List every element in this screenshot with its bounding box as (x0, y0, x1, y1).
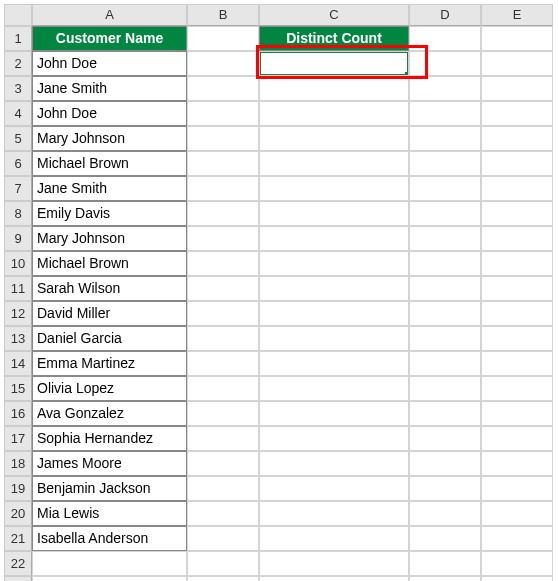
cell-C18[interactable] (259, 451, 409, 476)
row-header-18[interactable]: 18 (4, 451, 32, 476)
cell-C8[interactable] (259, 201, 409, 226)
cell-E11[interactable] (481, 276, 553, 301)
cell-A15[interactable]: Olivia Lopez (32, 376, 187, 401)
cell-C23[interactable] (259, 576, 409, 581)
cell-E7[interactable] (481, 176, 553, 201)
cell-A10[interactable]: Michael Brown (32, 251, 187, 276)
cell-A12[interactable]: David Miller (32, 301, 187, 326)
cell-A14[interactable]: Emma Martinez (32, 351, 187, 376)
row-header-1[interactable]: 1 (4, 26, 32, 51)
cell-A23[interactable] (32, 576, 187, 581)
cell-B6[interactable] (187, 151, 259, 176)
cell-E6[interactable] (481, 151, 553, 176)
col-header-A[interactable]: A (32, 4, 187, 26)
cell-A22[interactable] (32, 551, 187, 576)
cell-C1[interactable]: Distinct Count (259, 26, 409, 51)
cell-B17[interactable] (187, 426, 259, 451)
cell-D12[interactable] (409, 301, 481, 326)
row-header-6[interactable]: 6 (4, 151, 32, 176)
cell-E15[interactable] (481, 376, 553, 401)
cell-E3[interactable] (481, 76, 553, 101)
cell-D19[interactable] (409, 476, 481, 501)
cell-B7[interactable] (187, 176, 259, 201)
cell-D13[interactable] (409, 326, 481, 351)
cell-C12[interactable] (259, 301, 409, 326)
cell-A11[interactable]: Sarah Wilson (32, 276, 187, 301)
cell-E20[interactable] (481, 501, 553, 526)
cell-B9[interactable] (187, 226, 259, 251)
cell-A18[interactable]: James Moore (32, 451, 187, 476)
cell-E17[interactable] (481, 426, 553, 451)
row-header-23[interactable]: 23 (4, 576, 32, 581)
cell-C14[interactable] (259, 351, 409, 376)
cell-D4[interactable] (409, 101, 481, 126)
cell-E22[interactable] (481, 551, 553, 576)
cell-A1[interactable]: Customer Name (32, 26, 187, 51)
cell-D1[interactable] (409, 26, 481, 51)
cell-E2[interactable] (481, 51, 553, 76)
cell-A6[interactable]: Michael Brown (32, 151, 187, 176)
cell-D7[interactable] (409, 176, 481, 201)
cell-A19[interactable]: Benjamin Jackson (32, 476, 187, 501)
cell-C4[interactable] (259, 101, 409, 126)
cell-A17[interactable]: Sophia Hernandez (32, 426, 187, 451)
row-header-5[interactable]: 5 (4, 126, 32, 151)
cell-D15[interactable] (409, 376, 481, 401)
cell-C16[interactable] (259, 401, 409, 426)
cell-C15[interactable] (259, 376, 409, 401)
cell-A2[interactable]: John Doe (32, 51, 187, 76)
cell-D17[interactable] (409, 426, 481, 451)
row-header-15[interactable]: 15 (4, 376, 32, 401)
col-header-D[interactable]: D (409, 4, 481, 26)
cell-E19[interactable] (481, 476, 553, 501)
row-header-13[interactable]: 13 (4, 326, 32, 351)
cell-C2[interactable] (259, 51, 409, 76)
cell-B20[interactable] (187, 501, 259, 526)
cell-B10[interactable] (187, 251, 259, 276)
cell-E14[interactable] (481, 351, 553, 376)
col-header-C[interactable]: C (259, 4, 409, 26)
row-header-7[interactable]: 7 (4, 176, 32, 201)
cell-D10[interactable] (409, 251, 481, 276)
cell-C5[interactable] (259, 126, 409, 151)
cell-B22[interactable] (187, 551, 259, 576)
row-header-17[interactable]: 17 (4, 426, 32, 451)
row-header-2[interactable]: 2 (4, 51, 32, 76)
cell-C13[interactable] (259, 326, 409, 351)
cell-D5[interactable] (409, 126, 481, 151)
row-header-10[interactable]: 10 (4, 251, 32, 276)
cell-B13[interactable] (187, 326, 259, 351)
cell-D2[interactable] (409, 51, 481, 76)
cell-B16[interactable] (187, 401, 259, 426)
row-header-16[interactable]: 16 (4, 401, 32, 426)
cell-D8[interactable] (409, 201, 481, 226)
cell-B4[interactable] (187, 101, 259, 126)
cell-B5[interactable] (187, 126, 259, 151)
cell-A21[interactable]: Isabella Anderson (32, 526, 187, 551)
cell-D14[interactable] (409, 351, 481, 376)
cell-C6[interactable] (259, 151, 409, 176)
cell-B23[interactable] (187, 576, 259, 581)
cell-B8[interactable] (187, 201, 259, 226)
cell-B3[interactable] (187, 76, 259, 101)
cell-D22[interactable] (409, 551, 481, 576)
cell-B18[interactable] (187, 451, 259, 476)
cell-D20[interactable] (409, 501, 481, 526)
cell-E16[interactable] (481, 401, 553, 426)
row-header-11[interactable]: 11 (4, 276, 32, 301)
cell-C7[interactable] (259, 176, 409, 201)
cell-D6[interactable] (409, 151, 481, 176)
cell-C17[interactable] (259, 426, 409, 451)
row-header-20[interactable]: 20 (4, 501, 32, 526)
cell-C9[interactable] (259, 226, 409, 251)
cell-E18[interactable] (481, 451, 553, 476)
cell-E8[interactable] (481, 201, 553, 226)
cell-A13[interactable]: Daniel Garcia (32, 326, 187, 351)
row-header-4[interactable]: 4 (4, 101, 32, 126)
select-all-corner[interactable] (4, 4, 32, 26)
cell-A3[interactable]: Jane Smith (32, 76, 187, 101)
row-header-14[interactable]: 14 (4, 351, 32, 376)
cell-B1[interactable] (187, 26, 259, 51)
cell-B12[interactable] (187, 301, 259, 326)
row-header-9[interactable]: 9 (4, 226, 32, 251)
